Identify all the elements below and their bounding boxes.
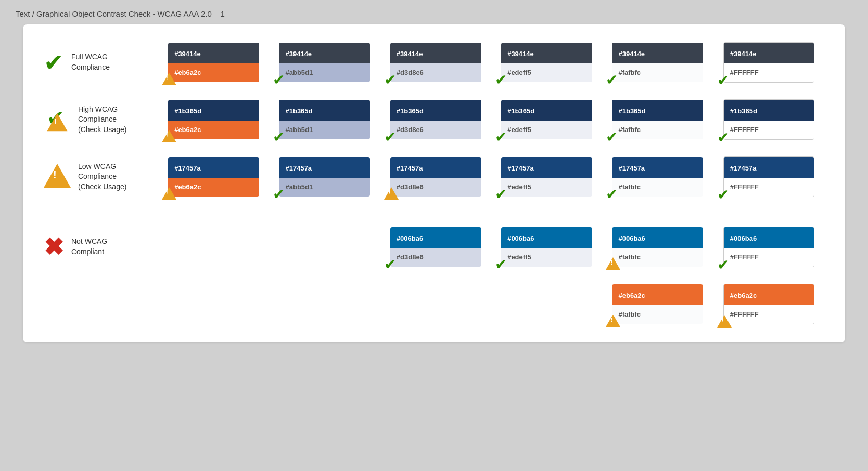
pair-card-row3-col3: #006ba6#edeff5✔ bbox=[491, 225, 602, 269]
legend-cell-not: ✖Not WCAG Compliant bbox=[44, 230, 158, 264]
pair-card-row1-col3: #1b365d#edeff5✔ bbox=[491, 98, 602, 141]
pair-card-row1-col2: #1b365d#d3d8e6✔ bbox=[380, 98, 491, 141]
pair-card-row3-col5: #006ba6#FFFFFF✔ bbox=[713, 225, 824, 269]
pair-card-row1-col1: #1b365d#abb5d1✔ bbox=[269, 98, 380, 141]
pair-card-row3-col2: #006ba6#d3d8e6✔ bbox=[380, 225, 491, 269]
pair-card-row2-col3: #17457a#edeff5✔ bbox=[491, 155, 602, 199]
pair-card-row0-col4: #39414e#fafbfc✔ bbox=[602, 41, 713, 84]
pair-card-row2-col2: #17457a#d3d8e6 bbox=[380, 155, 491, 199]
pair-card-row3-col4: #006ba6#fafbfc bbox=[602, 225, 713, 269]
pair-card-row0-col0: #39414e#eb6a2c bbox=[158, 41, 269, 84]
pair-card-row1-col5: #1b365d#FFFFFF✔ bbox=[713, 97, 824, 142]
legend-cell-high: ✔High WCAG Compliance (Check Usage) bbox=[44, 99, 158, 140]
pair-card-row2-col1: #17457a#abb5d1✔ bbox=[269, 155, 380, 199]
pair-card-row0-col5: #39414e#FFFFFF✔ bbox=[713, 40, 824, 85]
pair-card-row1-col0: #1b365d#eb6a2c bbox=[158, 98, 269, 141]
pair-card-row0-col2: #39414e#d3d8e6✔ bbox=[380, 41, 491, 84]
extra-pair-col5: #eb6a2c#FFFFFF bbox=[713, 282, 824, 326]
pair-card-row2-col0: #17457a#eb6a2c bbox=[158, 155, 269, 199]
main-card: ✔Full WCAG Compliance#39414e#eb6a2c#3941… bbox=[23, 24, 845, 342]
pair-card-row2-col4: #17457a#fafbfc✔ bbox=[602, 155, 713, 199]
grid-container: ✔Full WCAG Compliance#39414e#eb6a2c#3941… bbox=[44, 40, 824, 326]
pair-card-row2-col5: #17457a#FFFFFF✔ bbox=[713, 154, 824, 199]
legend-cell-full: ✔Full WCAG Compliance bbox=[44, 45, 158, 80]
legend-cell-low: Low WCAG Compliance (Check Usage) bbox=[44, 156, 158, 198]
extra-pair-col4: #eb6a2c#fafbfc bbox=[602, 282, 713, 326]
pair-card-row0-col1: #39414e#abb5d1✔ bbox=[269, 41, 380, 84]
pair-card-row0-col3: #39414e#edeff5✔ bbox=[491, 41, 602, 84]
page-title: Text / Graphical Object Contrast Check -… bbox=[0, 0, 225, 24]
pair-card-row1-col4: #1b365d#fafbfc✔ bbox=[602, 98, 713, 141]
row-separator bbox=[44, 212, 824, 212]
